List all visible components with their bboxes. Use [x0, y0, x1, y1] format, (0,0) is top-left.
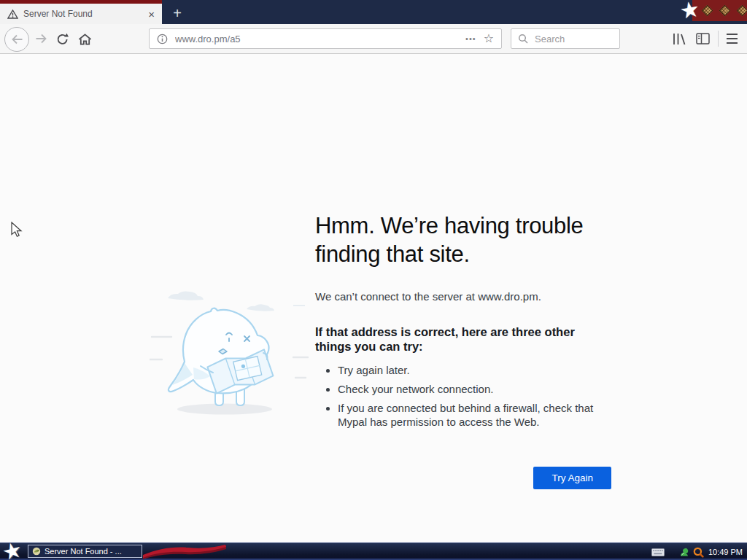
close-button[interactable] — [737, 5, 747, 17]
search-bar[interactable] — [511, 28, 620, 49]
sidebar-icon — [696, 33, 710, 44]
bookmark-star-icon[interactable]: ☆ — [484, 33, 494, 44]
titlebar: Server Not Found × + ★ — [0, 0, 747, 24]
flag-decoration — [143, 545, 228, 560]
home-button[interactable] — [77, 33, 93, 45]
reload-button[interactable] — [55, 32, 70, 45]
taskbar-task-button[interactable]: Server Not Found - ... — [28, 545, 142, 558]
menu-button[interactable] — [724, 34, 740, 44]
back-arrow-icon — [11, 34, 23, 44]
tray-magnifier-icon[interactable] — [693, 547, 704, 558]
tray-status-icon[interactable] — [679, 548, 689, 557]
tray-keyboard-icon[interactable] — [651, 548, 665, 556]
tab-close-button[interactable]: × — [147, 9, 156, 20]
taskbar-clock[interactable]: 10:49 PM — [708, 548, 743, 556]
error-column: Hmm. We’re having trouble finding that s… — [315, 211, 611, 489]
back-button[interactable] — [4, 27, 29, 52]
search-icon — [518, 34, 528, 44]
titlebar-star-icon: ★ — [678, 0, 702, 24]
url-input[interactable] — [174, 33, 460, 45]
suggestion-item: Try again later. — [338, 363, 611, 377]
forward-button[interactable] — [34, 33, 48, 44]
hamburger-icon — [727, 34, 738, 35]
button-row: Try Again — [315, 467, 611, 489]
error-message: We can’t connect to the server at www.dr… — [315, 290, 611, 303]
suggestion-list: Try again later. Check your network conn… — [315, 363, 611, 429]
suggestion-item: Check your network connection. — [338, 382, 611, 396]
url-bar[interactable]: ••• ☆ — [149, 28, 502, 49]
maximize-button[interactable] — [719, 5, 731, 17]
try-again-button[interactable]: Try Again — [533, 467, 611, 489]
system-tray: 10:49 PM — [651, 543, 744, 560]
search-input[interactable] — [533, 33, 619, 45]
site-info-icon[interactable] — [157, 34, 168, 44]
advice-heading: If that address is correct, here are thr… — [315, 324, 611, 354]
toolbar-divider — [718, 31, 719, 47]
error-heading: Hmm. We’re having trouble finding that s… — [315, 211, 611, 268]
tab-server-not-found[interactable]: Server Not Found × — [0, 4, 162, 24]
library-button[interactable] — [671, 33, 687, 45]
taskbar: ★ Server Not Found - ... — [0, 542, 747, 560]
suggestion-item: If you are connected but behind a firewa… — [338, 401, 611, 429]
screen: Server Not Found × + ★ — [0, 0, 747, 560]
reload-icon — [56, 33, 69, 45]
page-actions-button[interactable]: ••• — [465, 34, 476, 43]
mypal-logo-icon — [32, 547, 41, 556]
navigation-toolbar: ••• ☆ — [0, 24, 747, 54]
library-icon — [673, 33, 686, 45]
mouse-cursor — [9, 222, 23, 241]
sidebar-button[interactable] — [694, 33, 711, 44]
home-icon — [78, 34, 92, 45]
new-tab-button[interactable]: + — [166, 4, 188, 24]
task-button-label: Server Not Found - ... — [44, 547, 122, 556]
forward-arrow-icon — [35, 34, 47, 44]
lost-creature-illustration — [150, 287, 310, 425]
error-page: Hmm. We’re having trouble finding that s… — [0, 54, 747, 542]
warning-icon — [7, 9, 18, 19]
minimize-button[interactable] — [702, 5, 713, 17]
tab-title: Server Not Found — [23, 9, 147, 19]
